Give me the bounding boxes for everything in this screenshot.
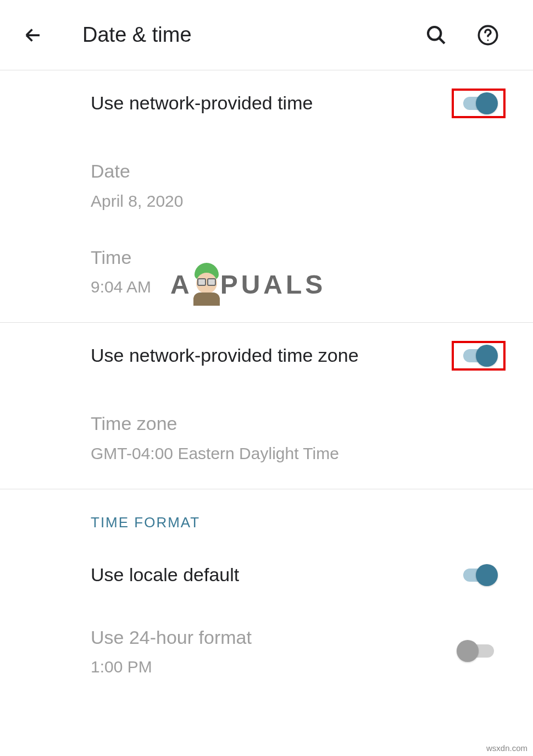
- watermark-avatar-icon: [191, 263, 223, 306]
- highlight-box: [452, 341, 506, 371]
- toggle-network-timezone[interactable]: [459, 347, 498, 364]
- toggle-network-time[interactable]: [459, 95, 498, 112]
- page-title: Date & time: [82, 23, 424, 47]
- setting-label: Use 24-hour format: [91, 625, 252, 651]
- setting-24hour: Use 24-hour format 1:00 PM: [0, 608, 533, 700]
- toggle-locale-default[interactable]: [459, 567, 498, 583]
- highlight-box: [452, 89, 506, 118]
- setting-date: Date April 8, 2020: [0, 136, 533, 228]
- svg-point-3: [487, 39, 489, 41]
- setting-value: GMT-04:00 Eastern Daylight Time: [91, 443, 339, 464]
- setting-label: Time: [91, 245, 151, 271]
- header-actions: [424, 23, 500, 47]
- section-header-time-format: TIME FORMAT: [0, 489, 533, 542]
- setting-timezone: Time zone GMT-04:00 Eastern Daylight Tim…: [0, 389, 533, 489]
- back-icon[interactable]: [22, 24, 44, 46]
- search-icon[interactable]: [424, 23, 448, 47]
- setting-label: Time zone: [91, 411, 339, 437]
- footer-watermark: wsxdn.com: [486, 743, 528, 753]
- toggle-24hour: [459, 643, 498, 659]
- watermark-suffix: PUALS: [220, 269, 326, 300]
- watermark-prefix: A: [170, 269, 193, 300]
- setting-label: Use locale default: [91, 562, 239, 588]
- setting-label: Date: [91, 158, 183, 185]
- svg-point-0: [428, 27, 441, 40]
- setting-locale-default[interactable]: Use locale default: [0, 542, 533, 608]
- svg-line-1: [439, 38, 445, 43]
- setting-network-timezone[interactable]: Use network-provided time zone: [0, 323, 533, 389]
- watermark-logo: A PUALS: [170, 263, 326, 306]
- setting-value: April 8, 2020: [91, 190, 183, 212]
- setting-value: 9:04 AM: [91, 276, 151, 297]
- setting-label: Use network-provided time: [91, 90, 313, 117]
- setting-network-time[interactable]: Use network-provided time: [0, 70, 533, 136]
- setting-label: Use network-provided time zone: [91, 343, 359, 369]
- setting-value: 1:00 PM: [91, 656, 252, 677]
- help-icon[interactable]: [476, 23, 500, 47]
- header-bar: Date & time: [0, 0, 533, 70]
